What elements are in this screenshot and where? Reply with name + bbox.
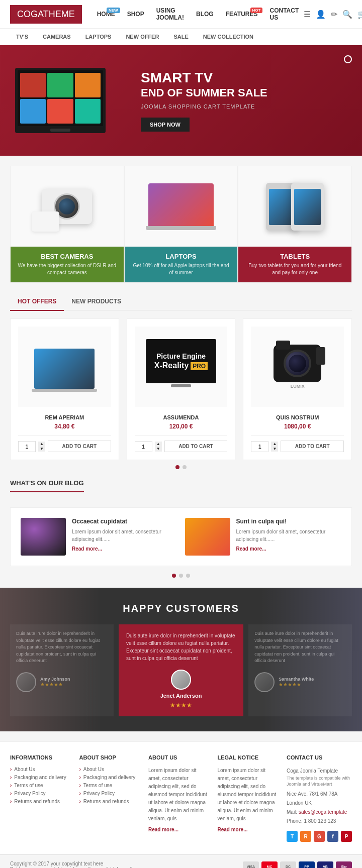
menu-icon[interactable]: ☰ [304,10,311,19]
user-icon[interactable]: 👤 [316,10,326,19]
social-google[interactable]: G [314,831,325,842]
footer-address: Nice Ave. 78/1 6M 78A London UK [287,790,352,808]
category-tablets[interactable]: TABLETS Buy two tablets for you and for … [238,166,352,283]
nav-cameras[interactable]: CAMERAS [37,29,77,45]
social-pinterest[interactable]: P [341,831,352,842]
app-tile [47,73,73,97]
social-twitter[interactable]: T [287,831,298,842]
tab-hot-offers[interactable]: HOT OFFERS [10,293,64,311]
blog-dot-3[interactable] [186,574,190,578]
footer-about-read-more[interactable]: Read more... [148,827,208,832]
nav-new-collection[interactable]: NEW COLLECTION [197,29,259,45]
nav-home[interactable]: HOME NEW [92,8,120,21]
qty-arrows-3: ▲ ▼ [271,442,278,452]
nav-badge-hot: HOT [250,8,263,13]
footer-link-returns-1[interactable]: Returns and refunds [10,799,69,804]
product-price-1: 34,80 € [18,423,111,430]
footer-legal-text: Lorem ipsum dolor sit amet, consectetur … [218,767,277,823]
app-tile [20,99,46,124]
social-facebook[interactable]: f [327,831,338,842]
logo[interactable]: COGATHEME [10,5,82,24]
blog-read-more-2[interactable]: Read more... [236,546,342,552]
footer-informations: INFORMATIONS About Us Packaging and deli… [10,754,69,842]
tablets-title: TABLETS [244,253,345,260]
add-cart-button-1[interactable]: ADD TO CART [48,441,111,452]
qty-up-2[interactable]: ▲ [155,442,162,447]
cameras-desc: We have the biggest collection of DSLR a… [17,262,118,276]
tv-screen-product: Picture EngineX-Reality PRO [146,339,216,383]
footer-link-privacy-2[interactable]: Privacy Policy [79,791,139,796]
footer-link-terms-2[interactable]: Terms of use [79,783,139,788]
blog-read-more-1[interactable]: Read more... [72,546,177,552]
nav-contact[interactable]: CONTACT US [264,4,304,24]
category-cameras[interactable]: BEST CAMERAS We have the biggest collect… [10,166,124,283]
header: COGATHEME HOME NEW SHOP USING JOOMLA! BL… [0,0,362,45]
avatar-left [16,672,36,692]
footer-col2-title: ABOUT SHOP [79,754,139,761]
footer-link-about-2[interactable]: About Us [79,767,139,772]
hero-indicator[interactable] [344,55,352,63]
footer-link-about-1[interactable]: About Us [10,767,69,772]
cameras-label: BEST CAMERAS We have the biggest collect… [11,247,124,282]
footer-link-privacy-1[interactable]: Privacy Policy [10,791,69,796]
tv-illustration [15,68,106,133]
qty-arrows-2: ▲ ▼ [155,442,162,452]
tablets-desc: Buy two tablets for you and for your fri… [244,262,345,276]
hero-shop-button[interactable]: SHOP NOW [141,118,190,132]
testimonials: HAPPY CUSTOMERS Duis aute irure dolor in… [0,588,362,731]
dot-2[interactable] [183,465,187,469]
author-name-right: Samantha White [279,677,314,682]
qty-input-1[interactable] [18,441,36,452]
testimonial-text-left: Duis aute irure dolor in reprehenderit i… [16,630,108,665]
blog-dot-2[interactable] [179,574,183,578]
nav-new-offer[interactable]: NEW OFFER [120,29,165,45]
testimonial-author-right: Samantha White ★★★★★ [254,672,346,692]
qty-up-3[interactable]: ▲ [271,442,278,447]
qty-down-1[interactable]: ▼ [38,447,45,452]
logo-coga: COGA [17,9,43,19]
edit-icon[interactable]: ✏ [331,10,337,19]
footer-link-returns-2[interactable]: Returns and refunds [79,799,139,804]
blog-image-2 [185,518,230,556]
add-cart-button-3[interactable]: ADD TO CART [281,441,344,452]
nav-laptops[interactable]: LAPTOPS [79,29,118,45]
nav-features[interactable]: FEATURES HOT [221,8,263,21]
camera-illustration [29,171,105,242]
testimonial-right: Duis aute irure dolor in reprehenderit i… [248,624,352,716]
tv-screen [18,70,103,126]
category-laptops[interactable]: LAPTOPS Get 10% off for all Apple laptop… [124,166,238,283]
nav-tvs[interactable]: TV'S [10,29,34,45]
tab-new-products[interactable]: NEW PRODUCTS [64,293,129,310]
cart-icon[interactable]: 🛒 [357,10,362,19]
secondary-nav: TV'S CAMERAS LAPTOPS NEW OFFER SALE NEW … [0,28,362,45]
social-rss[interactable]: R [300,831,311,842]
laptops-label: LAPTOPS Get 10% off for all Apple laptop… [125,247,238,282]
laptop-screen [34,349,95,389]
nav-blog[interactable]: BLOG [191,8,219,21]
main-nav: HOME NEW SHOP USING JOOMLA! BLOG FEATURE… [92,4,304,24]
blog-dot-1[interactable] [172,574,176,578]
search-icon[interactable]: 🔍 [342,10,352,19]
qty-down-2[interactable]: ▼ [155,447,162,452]
footer-link-pack-2[interactable]: Packaging and delivery [79,775,139,780]
nav-shop[interactable]: SHOP [122,8,149,21]
nav-joomla[interactable]: USING JOOMLA! [151,4,189,24]
category-cards: BEST CAMERAS We have the biggest collect… [10,166,352,283]
footer-mail-addr[interactable]: sales@coga.template [299,809,347,815]
footer-copyright-area: Copyright © 2017 your copyright text her… [10,861,140,868]
footer-link-pack-1[interactable]: Packaging and delivery [10,775,69,780]
nav-sale[interactable]: SALE [167,29,194,45]
add-cart-button-2[interactable]: ADD TO CART [164,441,228,452]
footer-link-terms-1[interactable]: Terms of use [10,783,69,788]
product-tabs: HOT OFFERS NEW PRODUCTS [10,293,352,311]
stars-right: ★★★★★ [279,682,314,687]
footer-legal-read-more[interactable]: Read more... [218,827,277,832]
qty-down-3[interactable]: ▼ [271,447,278,452]
hero-content: SMART TV END OF SUMMER SALE JOOMLA SHOPP… [141,69,267,132]
qty-up-1[interactable]: ▲ [38,442,45,447]
qty-input-2[interactable] [135,441,152,452]
product-name-2: ASSUMENDA [135,414,228,420]
dot-1[interactable] [175,465,179,469]
qty-input-3[interactable] [251,441,268,452]
footer-col5-title: CONTACT US [287,754,352,761]
